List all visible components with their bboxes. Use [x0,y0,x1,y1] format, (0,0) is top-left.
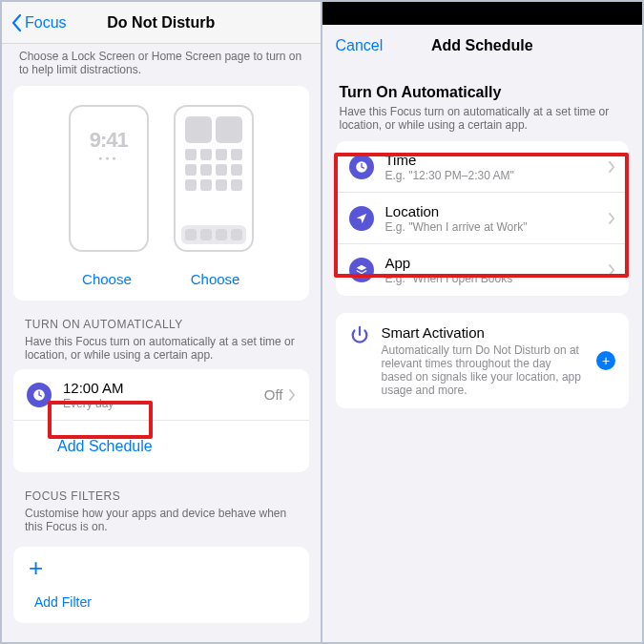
app-stack-icon [349,258,374,282]
trigger-list: Time E.g. "12:30 PM–2:30 AM" Location E.… [336,141,630,296]
sheet-title: Add Schedule [431,37,533,54]
schedule-repeat: Every day [63,397,264,410]
add-schedule-sheet: Cancel Add Schedule Turn On Automaticall… [322,25,643,642]
page-title: Do Not Disturb [107,14,215,31]
trigger-time-title: Time [385,152,610,168]
clock-icon [27,383,52,407]
filters-section-sub: Customise how your apps and device behav… [2,505,321,541]
schedule-time: 12:00 AM [63,380,264,396]
trigger-location-title: Location [385,203,610,219]
filters-card: + Add Filter [13,547,309,623]
screens-description: Choose a Lock Screen or Home Screen page… [2,44,321,86]
trigger-app-sub: E.g. "When I open Books" [385,272,610,285]
lock-screen-preview[interactable]: 9:41 ●●● [69,105,149,252]
chevron-right-icon [289,389,296,401]
lock-dots: ●●● [98,155,119,161]
schedule-state: Off [264,386,283,403]
smart-activation-card[interactable]: Smart Activation Automatically turn Do N… [336,313,630,408]
auto-section-header: TURN ON AUTOMATICALLY [2,301,321,333]
choose-lock-screen-button[interactable]: Choose [82,261,132,301]
navbar: Focus Do Not Disturb [2,2,321,44]
trigger-location-row[interactable]: Location E.g. "When I arrive at Work" [336,193,630,244]
lock-time: 9:41 [90,128,128,153]
power-icon [349,324,370,349]
cancel-button[interactable]: Cancel [336,37,384,54]
add-smart-activation-button[interactable]: + [596,351,615,370]
auto-sub: Have this Focus turn on automatically at… [322,103,643,141]
auto-section-sub: Have this Focus turn on automatically at… [2,333,321,369]
cancel-label: Cancel [336,37,384,54]
trigger-time-row[interactable]: Time E.g. "12:30 PM–2:30 AM" [336,141,630,193]
location-icon [349,206,374,231]
trigger-app-row[interactable]: App E.g. "When I open Books" [336,244,630,296]
smart-activation-sub: Automatically turn Do Not Disturb on at … [382,343,586,397]
trigger-time-sub: E.g. "12:30 PM–2:30 AM" [385,169,610,182]
home-screen-preview[interactable] [174,105,254,252]
sheet-backdrop [322,2,643,25]
sheet-navbar: Cancel Add Schedule [322,25,643,67]
add-schedule-label: Add Schedule [57,438,153,455]
schedule-row[interactable]: 12:00 AM Every day Off [13,369,309,421]
back-label: Focus [25,14,67,31]
trigger-location-sub: E.g. "When I arrive at Work" [385,220,610,234]
add-schedule-row[interactable]: Add Schedule [13,421,309,472]
focus-settings-pane: Focus Do Not Disturb Choose a Lock Scree… [2,2,322,642]
trigger-app-title: App [385,255,610,271]
schedule-list: 12:00 AM Every day Off Add Schedule [13,369,309,472]
chevron-right-icon [609,213,615,224]
chevron-left-icon [11,14,23,31]
smart-activation-title: Smart Activation [382,324,586,341]
choose-home-screen-button[interactable]: Choose [191,261,240,301]
filters-section-header: FOCUS FILTERS [2,472,321,505]
chevron-right-icon [609,264,615,276]
chevron-right-icon [609,161,615,173]
add-filter-plus-button[interactable]: + [29,558,294,577]
add-schedule-sheet-pane: Cancel Add Schedule Turn On Automaticall… [322,2,643,642]
clock-icon [349,155,374,179]
back-button[interactable]: Focus [11,14,67,31]
add-filter-button[interactable]: Add Filter [29,577,294,619]
screen-preview-card: 9:41 ●●● [13,86,309,301]
auto-title: Turn On Automatically [322,67,643,103]
